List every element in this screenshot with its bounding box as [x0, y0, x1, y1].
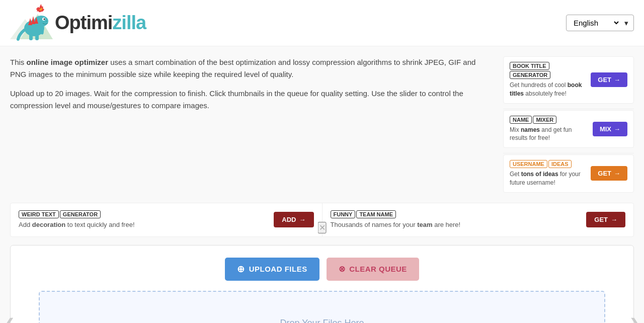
name-mixer-mix-button[interactable]: MIX →: [593, 122, 627, 136]
banner-right-content: FUNNY TEAM NAME Thousands of names for y…: [331, 210, 580, 229]
arrow-right-get-icon: →: [611, 216, 617, 223]
generator-banner-tag: GENERATOR: [60, 210, 101, 218]
book-title-desc: Get hundreds of cool book titles absolut…: [510, 81, 587, 98]
username-get-button[interactable]: GET →: [591, 166, 627, 181]
get-team-button[interactable]: GET →: [586, 212, 625, 227]
username-btn-label: GET: [598, 170, 611, 177]
divider-2: [503, 153, 634, 153]
book-title-tag: BOOK TITLE: [510, 62, 549, 70]
language-selector[interactable]: EnglishSpanishFrenchGermanPortuguese ▾: [566, 15, 634, 31]
username-tags: USERNAME IDEAS: [510, 160, 587, 168]
funny-team-tags: FUNNY TEAM NAME: [331, 210, 580, 218]
upload-btn-label: UPLOAD FILES: [249, 265, 307, 273]
name-mixer-desc: Mix names and get fun results for free!: [510, 126, 589, 143]
username-desc: Get tons of ideas for your future userna…: [510, 170, 587, 187]
get-team-btn-label: GET: [594, 216, 608, 223]
svg-rect-11: [35, 34, 39, 40]
arrow-right-icon-user: →: [614, 170, 620, 177]
banner-right-desc: Thousands of names for your team are her…: [331, 220, 580, 229]
svg-point-6: [46, 21, 47, 22]
right-section: BOOK TITLE GENERATOR Get hundreds of coo…: [503, 56, 634, 198]
banner-left-content: WEIRD TEXT GENERATOR Add decoration to t…: [19, 210, 267, 229]
mixer-tag: MIXER: [533, 116, 556, 124]
dropzone-wrapper: ❮ Drop Your Files Here ❯: [19, 291, 625, 323]
weird-text-tag: WEIRD TEXT: [19, 210, 59, 218]
left-section: This online image optimizer uses a smart…: [10, 56, 493, 198]
arrow-right-icon-mix: →: [614, 125, 620, 133]
book-title-tags: BOOK TITLE GENERATOR: [510, 62, 587, 79]
upload-section: ⊕ UPLOAD FILES ⊗ CLEAR QUEUE ❮ Drop Your…: [10, 245, 634, 323]
chevron-down-icon: ▾: [624, 19, 628, 28]
upload-files-button[interactable]: ⊕ UPLOAD FILES: [225, 258, 319, 281]
dropzone[interactable]: Drop Your Files Here: [39, 291, 605, 323]
add-button[interactable]: ADD →: [274, 212, 313, 227]
banner-left: WEIRD TEXT GENERATOR Add decoration to t…: [11, 203, 323, 236]
name-mixer-tags: NAME MIXER: [510, 116, 589, 124]
divider-1: [503, 109, 634, 109]
header: Optimizilla EnglishSpanishFrenchGermanPo…: [0, 0, 644, 46]
bold-optimizer: online image optimizer: [27, 58, 109, 66]
drop-text: Drop Your Files Here: [280, 318, 364, 323]
carousel-right-arrow[interactable]: ❯: [629, 315, 640, 323]
mix-btn-label: MIX: [600, 125, 611, 133]
carousel-left-arrow[interactable]: ❮: [4, 315, 15, 323]
team-bold: team: [417, 221, 432, 228]
clear-btn-label: CLEAR QUEUE: [349, 265, 407, 273]
generator-tag: GENERATOR: [510, 71, 550, 79]
main-content: This online image optimizer uses a smart…: [0, 46, 644, 203]
upload-circle-icon: ⊕: [237, 264, 245, 275]
book-title-get-button[interactable]: GET →: [591, 72, 627, 87]
name-mixer-content: NAME MIXER Mix names and get fun results…: [510, 116, 589, 143]
svg-point-5: [44, 19, 45, 20]
svg-rect-10: [29, 34, 33, 40]
username-tag: USERNAME: [510, 160, 547, 168]
clear-x-icon: ⊗: [339, 264, 346, 274]
decoration-bold: decoration: [32, 221, 65, 228]
name-mixer-ad: NAME MIXER Mix names and get fun results…: [503, 110, 634, 148]
logo-text: Optimizilla: [55, 12, 146, 34]
logo-area: Optimizilla: [10, 4, 146, 42]
tons-bold: tons of ideas: [521, 171, 558, 178]
ideas-tag: IDEAS: [548, 160, 572, 168]
arrow-right-icon: →: [614, 76, 620, 84]
clear-queue-button[interactable]: ⊗ CLEAR QUEUE: [327, 258, 419, 281]
team-name-tag: TEAM NAME: [356, 210, 396, 218]
names-bold: names: [521, 126, 540, 133]
book-title-content: BOOK TITLE GENERATOR Get hundreds of coo…: [510, 62, 587, 98]
dino-logo-icon: [10, 4, 53, 42]
banner-close-button[interactable]: ✕: [318, 222, 327, 233]
username-ideas-ad: USERNAME IDEAS Get tons of ideas for you…: [503, 154, 634, 193]
book-title-btn-label: GET: [598, 76, 611, 84]
language-dropdown[interactable]: EnglishSpanishFrenchGermanPortuguese: [572, 18, 620, 28]
book-title-ad: BOOK TITLE GENERATOR Get hundreds of coo…: [503, 56, 634, 104]
banner-right: FUNNY TEAM NAME Thousands of names for y…: [323, 203, 634, 236]
description-line2: Upload up to 20 images. Wait for the com…: [10, 88, 493, 112]
weird-text-tags: WEIRD TEXT GENERATOR: [19, 210, 267, 218]
upload-buttons: ⊕ UPLOAD FILES ⊗ CLEAR QUEUE: [19, 258, 625, 281]
banner-left-desc: Add decoration to text quickly and free!: [19, 220, 267, 229]
arrow-right-add-icon: →: [299, 216, 306, 223]
logo-zilla: zilla: [112, 12, 146, 33]
description-line1: This online image optimizer uses a smart…: [10, 56, 493, 80]
add-btn-label: ADD: [282, 216, 296, 223]
banner-strip: WEIRD TEXT GENERATOR Add decoration to t…: [10, 203, 634, 237]
funny-tag: FUNNY: [331, 210, 356, 218]
name-tag: NAME: [510, 116, 532, 124]
username-content: USERNAME IDEAS Get tons of ideas for you…: [510, 160, 587, 187]
logo-optimi: Optimi: [55, 12, 112, 33]
